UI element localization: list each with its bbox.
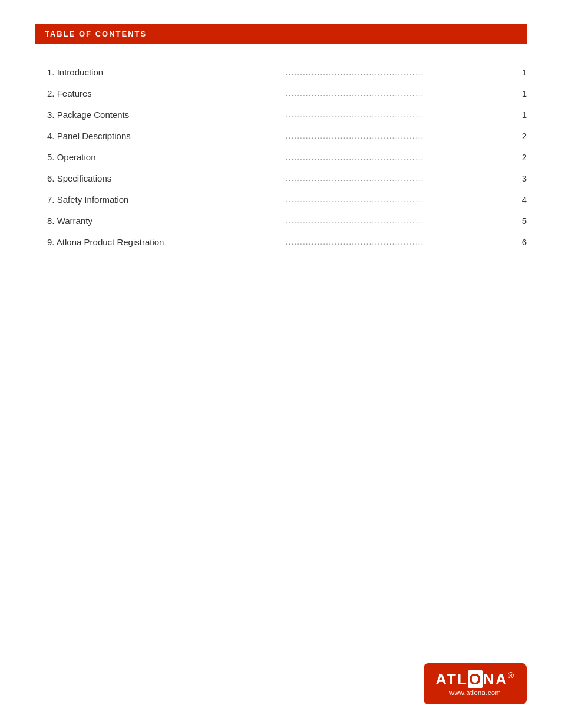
toc-item-label: 7. Safety Information bbox=[47, 189, 200, 210]
toc-item-page: 1 bbox=[509, 104, 527, 125]
toc-item-dots: ........................................… bbox=[200, 104, 509, 125]
atlona-logo-text: ATLONA® bbox=[435, 671, 515, 687]
toc-item-label: 2. Features bbox=[47, 83, 200, 104]
toc-item-label: 6. Specifications bbox=[47, 167, 200, 189]
toc-item-page: 2 bbox=[509, 146, 527, 167]
table-row: 4. Panel Descriptions...................… bbox=[47, 125, 527, 146]
toc-item-label: 1. Introduction bbox=[47, 61, 200, 83]
table-row: 7. Safety Information...................… bbox=[47, 189, 527, 210]
toc-header-title: TABLE OF CONTENTS bbox=[45, 29, 147, 38]
toc-item-label: 8. Warranty bbox=[47, 210, 200, 231]
atlona-url: www.atlona.com bbox=[449, 689, 501, 696]
toc-item-page: 6 bbox=[509, 231, 527, 252]
toc-item-label: 3. Package Contents bbox=[47, 104, 200, 125]
toc-item-dots: ........................................… bbox=[200, 146, 509, 167]
toc-item-dots: ........................................… bbox=[200, 125, 509, 146]
table-row: 3. Package Contents.....................… bbox=[47, 104, 527, 125]
toc-item-dots: ........................................… bbox=[200, 210, 509, 231]
toc-item-dots: ........................................… bbox=[200, 231, 509, 252]
table-row: 9. Atlona Product Registration..........… bbox=[47, 231, 527, 252]
toc-item-label: 9. Atlona Product Registration bbox=[47, 231, 200, 252]
table-row: 6. Specifications.......................… bbox=[47, 167, 527, 189]
toc-item-dots: ........................................… bbox=[200, 61, 509, 83]
toc-item-page: 5 bbox=[509, 210, 527, 231]
table-row: 8. Warranty.............................… bbox=[47, 210, 527, 231]
toc-item-dots: ........................................… bbox=[200, 167, 509, 189]
toc-item-page: 2 bbox=[509, 125, 527, 146]
toc-item-page: 3 bbox=[509, 167, 527, 189]
toc-item-page: 4 bbox=[509, 189, 527, 210]
table-row: 5. Operation............................… bbox=[47, 146, 527, 167]
table-row: 2. Features.............................… bbox=[47, 83, 527, 104]
page-container: TABLE OF CONTENTS 1. Introduction.......… bbox=[0, 0, 562, 728]
toc-table: 1. Introduction.........................… bbox=[47, 61, 527, 252]
atlona-brand: ATL bbox=[435, 670, 468, 688]
toc-item-dots: ........................................… bbox=[200, 83, 509, 104]
atlona-registered: ® bbox=[508, 671, 515, 680]
atlona-brand2: NA bbox=[483, 670, 508, 688]
toc-item-label: 4. Panel Descriptions bbox=[47, 125, 200, 146]
toc-header: TABLE OF CONTENTS bbox=[35, 24, 527, 44]
table-row: 1. Introduction.........................… bbox=[47, 61, 527, 83]
toc-item-page: 1 bbox=[509, 83, 527, 104]
toc-item-page: 1 bbox=[509, 61, 527, 83]
toc-item-dots: ........................................… bbox=[200, 189, 509, 210]
atlona-logo: ATLONA® www.atlona.com bbox=[424, 663, 527, 704]
toc-item-label: 5. Operation bbox=[47, 146, 200, 167]
atlona-brand-highlight: O bbox=[468, 670, 483, 688]
